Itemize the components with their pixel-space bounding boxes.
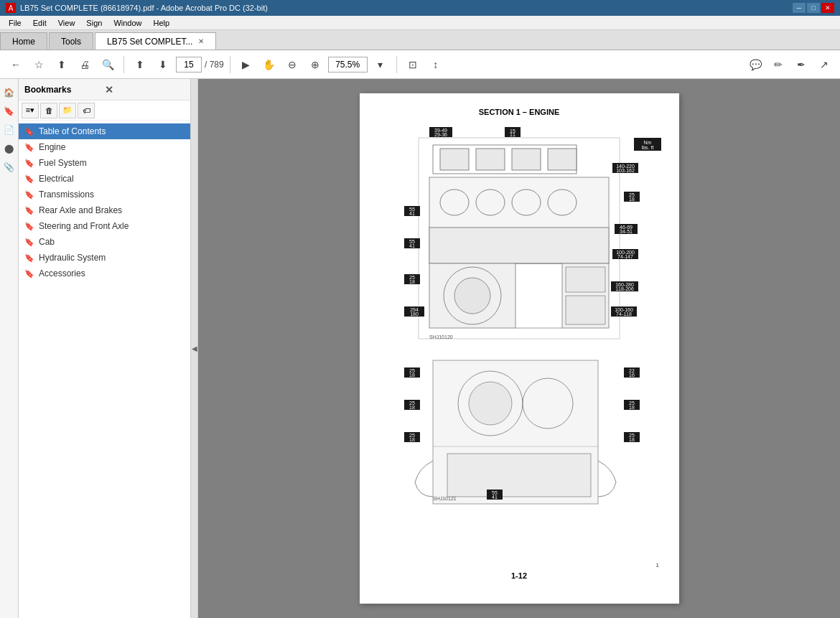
bookmark-item-trans[interactable]: 🔖 Transmissions	[19, 187, 190, 202]
bm-tag-button[interactable]: 🏷	[78, 103, 95, 118]
toolbar: ← ☆ ⬆ 🖨 🔍 ⬆ ⬇ / 789 ▶ ✋ ⊖ ⊕ ▾ ⊡ ↕ 💬 ✏ ✒ …	[0, 50, 840, 79]
svg-text:74-118: 74-118	[616, 312, 632, 317]
zoom-in-button[interactable]: ⊕	[305, 55, 325, 75]
prev-page-button[interactable]: ⬆	[130, 55, 150, 75]
zoom-out-button[interactable]: ⊖	[282, 55, 302, 75]
svg-text:Nm: Nm	[644, 140, 652, 145]
sidebar-icon-layers[interactable]: ⬤	[1, 141, 17, 156]
bookmark-icon-cab: 🔖	[24, 238, 34, 247]
zoom-dropdown-button[interactable]: ▾	[370, 55, 391, 75]
pencil-button[interactable]: ✏	[768, 55, 788, 75]
print-button[interactable]: 🖨	[75, 55, 95, 75]
sidebar-icon-attachments[interactable]: 📎	[1, 159, 17, 175]
svg-text:SHJ10121: SHJ10121	[433, 496, 457, 501]
bm-options-button[interactable]: ≡▾	[22, 103, 39, 118]
maximize-button[interactable]: □	[807, 3, 820, 13]
bookmark-star-button[interactable]: ☆	[29, 55, 49, 75]
svg-text:118-206: 118-206	[615, 286, 634, 291]
bookmark-label-steering: Steering and Front Axle	[39, 221, 129, 231]
fit-width-button[interactable]: ↕	[426, 55, 446, 75]
bookmark-icon-rear: 🔖	[24, 206, 34, 215]
bookmark-item-toc[interactable]: 🔖 Table of Contents	[19, 123, 190, 139]
comment-button[interactable]: 💬	[745, 55, 765, 75]
bookmark-label-trans: Transmissions	[39, 189, 94, 200]
window-controls[interactable]: ─ □ ✕	[793, 3, 834, 13]
svg-text:41: 41	[409, 243, 415, 248]
menu-view[interactable]: View	[52, 17, 81, 29]
title-bar: A LB75 Set COMPLETE (86618974).pdf - Ado…	[0, 0, 840, 16]
separator-2	[230, 56, 230, 73]
bookmark-item-engine[interactable]: 🔖 Engine	[19, 139, 190, 155]
svg-text:180: 180	[410, 312, 419, 317]
icon-sidebar: 🏠 🔖 📄 ⬤ 📎	[0, 79, 19, 618]
bookmark-label-electrical: Electrical	[39, 174, 74, 184]
bookmark-item-hydraulic[interactable]: 🔖 Hydraulic System	[19, 250, 190, 266]
bookmark-label-hydraulic: Hydraulic System	[39, 253, 106, 263]
svg-text:1: 1	[656, 562, 660, 568]
close-button[interactable]: ✕	[821, 3, 834, 13]
next-page-button[interactable]: ⬇	[153, 55, 173, 75]
pdf-content-area[interactable]: SECTION 1 – ENGINE	[198, 79, 840, 618]
bookmark-label-toc: Table of Contents	[39, 126, 106, 136]
bookmark-label-fuel: Fuel System	[39, 158, 87, 168]
svg-text:74-147: 74-147	[617, 254, 633, 259]
bookmark-icon-steering: 🔖	[24, 222, 34, 231]
svg-text:18: 18	[409, 405, 415, 410]
sidebar-icon-home[interactable]: 🏠	[1, 85, 17, 100]
separator-1	[123, 56, 124, 73]
sidebar-icon-pages[interactable]: 📄	[1, 122, 17, 138]
svg-text:41: 41	[492, 495, 498, 500]
bookmark-item-steering[interactable]: 🔖 Steering and Front Axle	[19, 218, 190, 234]
highlight-button[interactable]: ✒	[791, 55, 811, 75]
zoom-input[interactable]	[328, 57, 368, 72]
bookmarks-title: Bookmarks	[24, 85, 105, 95]
minimize-button[interactable]: ─	[793, 3, 806, 13]
svg-rect-2	[440, 149, 469, 170]
svg-text:11: 11	[510, 132, 515, 137]
svg-text:18: 18	[629, 437, 635, 442]
svg-rect-4	[512, 149, 541, 170]
svg-rect-66	[447, 454, 591, 497]
tab-document[interactable]: LB75 Set COMPLET... ✕	[95, 32, 216, 50]
svg-text:103-162: 103-162	[616, 168, 635, 173]
fit-page-button[interactable]: ⊡	[403, 55, 423, 75]
menu-window[interactable]: Window	[108, 17, 147, 29]
bookmark-item-rear[interactable]: 🔖 Rear Axle and Brakes	[19, 202, 190, 218]
bm-add-folder-button[interactable]: 📁	[59, 103, 76, 118]
select-tool-button[interactable]: ▶	[236, 55, 256, 75]
menu-sign[interactable]: Sign	[80, 17, 108, 29]
panel-collapse-handle[interactable]: ◀	[191, 79, 198, 618]
menu-edit[interactable]: Edit	[27, 17, 52, 29]
bm-delete-button[interactable]: 🗑	[40, 103, 57, 118]
bookmark-item-electrical[interactable]: 🔖 Electrical	[19, 171, 190, 187]
menu-help[interactable]: Help	[148, 17, 176, 29]
bookmark-label-rear: Rear Axle and Brakes	[39, 205, 122, 215]
svg-rect-3	[476, 149, 505, 170]
svg-text:18: 18	[409, 373, 415, 378]
bookmark-icon-hydraulic: 🔖	[24, 253, 34, 263]
svg-text:lbs. ft: lbs. ft	[642, 145, 654, 150]
bookmark-item-accessories[interactable]: 🔖 Accessories	[19, 266, 190, 281]
menu-file[interactable]: File	[3, 17, 27, 29]
svg-point-15	[454, 278, 490, 314]
svg-text:18: 18	[629, 197, 635, 202]
main-area: 🏠 🔖 📄 ⬤ 📎 Bookmarks ✕ ≡▾ 🗑 📁 🏷 🔖 Table o…	[0, 79, 840, 618]
svg-rect-5	[548, 149, 577, 170]
bookmark-label-cab: Cab	[39, 237, 55, 247]
tab-close-button[interactable]: ✕	[198, 37, 204, 45]
svg-text:41: 41	[409, 211, 415, 216]
tab-home[interactable]: Home	[0, 32, 47, 50]
back-button[interactable]: ←	[6, 55, 26, 75]
sidebar-icon-bookmarks[interactable]: 🔖	[1, 103, 17, 119]
bookmark-item-cab[interactable]: 🔖 Cab	[19, 234, 190, 250]
upload-button[interactable]: ⬆	[52, 55, 72, 75]
find-button[interactable]: 🔍	[98, 55, 118, 75]
page-total: / 789	[205, 60, 224, 70]
share-button[interactable]: ↗	[814, 55, 834, 75]
page-number-input[interactable]	[176, 57, 202, 72]
bookmark-item-fuel[interactable]: 🔖 Fuel System	[19, 155, 190, 171]
bookmarks-close-button[interactable]: ✕	[105, 84, 185, 95]
tab-tools[interactable]: Tools	[49, 32, 93, 50]
svg-rect-17	[566, 267, 605, 292]
hand-tool-button[interactable]: ✋	[259, 55, 279, 75]
